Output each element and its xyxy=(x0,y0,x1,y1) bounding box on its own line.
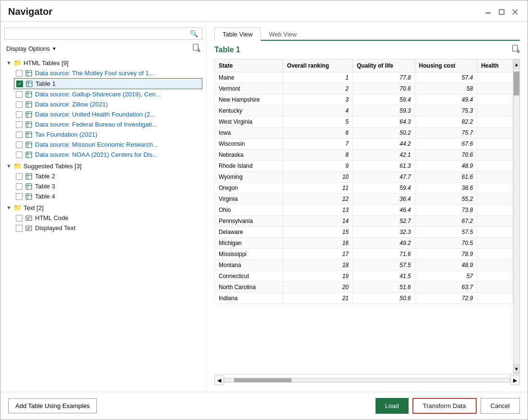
table-cell: Indiana xyxy=(215,293,283,304)
restore-button[interactable] xyxy=(497,7,506,17)
tree-item-table2[interactable]: Table 2 xyxy=(14,171,202,181)
tab-table-view[interactable]: Table View xyxy=(214,27,261,41)
vertical-scrollbar[interactable]: ▲ ▼ xyxy=(513,59,520,374)
tree-item-table3[interactable]: Table 3 xyxy=(14,181,202,191)
preview-export-icon[interactable] xyxy=(511,45,520,55)
tree-item-displayed-text[interactable]: Displayed Text xyxy=(14,223,202,233)
minimize-button[interactable] xyxy=(483,7,493,17)
search-input[interactable] xyxy=(9,30,190,37)
table-cell: 49.4 xyxy=(415,94,477,105)
col-header-ranking: Overall ranking xyxy=(283,59,352,72)
text-children: HTML Code xyxy=(4,213,202,233)
table-cell xyxy=(477,183,513,194)
checkbox-table1[interactable]: ✓ xyxy=(16,81,23,87)
cancel-button[interactable]: Cancel xyxy=(481,398,520,414)
checkbox-table4[interactable] xyxy=(16,193,23,200)
export-icon[interactable] xyxy=(192,44,200,54)
table-cell: 70.6 xyxy=(415,150,477,161)
checkbox-ds-gallup[interactable] xyxy=(16,91,23,98)
table-cell: Mississippi xyxy=(215,249,283,260)
folder-html-tables-header[interactable]: ▼ 📁 HTML Tables [9] xyxy=(4,58,202,68)
tree-item-ds-zillow[interactable]: Data source: Zillow (2021) xyxy=(14,99,202,109)
table-cell: 3 xyxy=(283,94,352,105)
item-label-table4: Table 4 xyxy=(35,193,200,200)
tab-web-view[interactable]: Web View xyxy=(261,27,305,41)
tree-item-ds-uhf[interactable]: Data source: United Health Foundation (2… xyxy=(14,109,202,119)
tree-item-table4[interactable]: Table 4 xyxy=(14,191,202,201)
table-cell xyxy=(477,117,513,128)
search-box[interactable]: 🔍 xyxy=(4,27,202,40)
folder-text-header[interactable]: ▼ 📁 Text [2] xyxy=(4,202,202,213)
h-scroll-track[interactable] xyxy=(224,378,510,383)
svg-rect-15 xyxy=(26,102,32,107)
checkbox-table3[interactable] xyxy=(16,183,23,190)
checkbox-ds-fbi[interactable] xyxy=(16,121,23,128)
table-cell: New Hampshire xyxy=(215,94,283,105)
table-cell: 82.2 xyxy=(415,117,477,128)
tree-item-html-code[interactable]: HTML Code xyxy=(14,213,202,223)
svg-rect-4 xyxy=(193,44,198,50)
folder-text-icon: 📁 xyxy=(13,204,22,211)
item-label-ds-noaa: Data source: NOAA (2021) Centers for Dis… xyxy=(35,151,200,158)
table-cell: Iowa xyxy=(215,128,283,139)
transform-data-button[interactable]: Transform Data xyxy=(412,398,477,414)
scroll-down-button[interactable]: ▼ xyxy=(514,364,519,373)
table-cell: 55.2 xyxy=(415,194,477,205)
checkbox-table2[interactable] xyxy=(16,173,23,180)
col-header-state: State xyxy=(215,59,283,72)
checkbox-ds-motley[interactable] xyxy=(16,70,23,77)
table-cell: Montana xyxy=(215,260,283,271)
tree-item-ds-tax[interactable]: Tax Foundation (2021) xyxy=(14,129,202,140)
table-cell: 32.3 xyxy=(353,227,415,238)
load-button[interactable]: Load xyxy=(375,398,409,414)
tree-item-table1[interactable]: ✓ Table 1 xyxy=(14,78,202,89)
checkbox-html-code[interactable] xyxy=(16,215,23,222)
table-icon-ds-noaa xyxy=(25,152,32,158)
table-cell: Virginia xyxy=(215,194,283,205)
table-cell: 67.2 xyxy=(415,216,477,227)
scroll-track xyxy=(514,69,519,364)
table-row: Connecticut1941.557 xyxy=(215,271,513,282)
close-button[interactable] xyxy=(510,7,520,17)
table-cell: 58 xyxy=(415,83,477,94)
folder-suggested-tables-header[interactable]: ▼ 📁 Suggested Tables [3] xyxy=(4,161,202,171)
checkbox-ds-missouri[interactable] xyxy=(16,141,23,148)
checkbox-displayed-text[interactable] xyxy=(16,225,23,232)
table-row: Oregon1159.438.6 xyxy=(215,183,513,194)
tree-item-ds-missouri[interactable]: Data source: Missouri Economic Research.… xyxy=(14,140,202,150)
table-cell: West Virginia xyxy=(215,117,283,128)
table-cell: 61.3 xyxy=(353,161,415,172)
tree-item-ds-gallup[interactable]: Data source: Gallup-Sharecare (2019), Ce… xyxy=(14,89,202,99)
checkbox-ds-tax[interactable] xyxy=(16,131,23,138)
add-table-button[interactable]: Add Table Using Examples xyxy=(8,398,97,413)
checkbox-ds-zillow[interactable] xyxy=(16,101,23,108)
footer: Add Table Using Examples Load Transform … xyxy=(0,392,528,420)
table-cell: 67.6 xyxy=(415,139,477,150)
content-area: 🔍 Display Options ▼ xyxy=(0,22,528,392)
scroll-up-button[interactable]: ▲ xyxy=(514,59,519,69)
h-scrollbar-area: ◀ ▶ xyxy=(214,374,520,386)
svg-rect-0 xyxy=(486,12,491,13)
checkbox-ds-uhf[interactable] xyxy=(16,111,23,118)
data-table-scroll[interactable]: State Overall ranking Quality of life Ho… xyxy=(214,59,513,374)
display-options-button[interactable]: Display Options ▼ xyxy=(6,45,57,52)
tree-view: ▼ 📁 HTML Tables [9] xyxy=(4,58,202,386)
item-label-ds-fbi: Data source: Federal Bureau of Investiga… xyxy=(35,121,200,128)
checkbox-ds-noaa[interactable] xyxy=(16,152,23,158)
scroll-right-button[interactable]: ▶ xyxy=(510,375,520,385)
table-row: Nebraska842.170.6 xyxy=(215,150,513,161)
tree-item-ds-fbi[interactable]: Data source: Federal Bureau of Investiga… xyxy=(14,119,202,129)
table-icon-table3 xyxy=(25,183,32,190)
tree-item-ds-motley[interactable]: Data source: The Motley Fool survey of 1… xyxy=(14,68,202,78)
tabs-bar: Table View Web View xyxy=(214,27,520,41)
col-header-housing: Housing cost xyxy=(415,59,477,72)
scroll-left-button[interactable]: ◀ xyxy=(214,375,224,385)
tree-item-ds-noaa[interactable]: Data source: NOAA (2021) Centers for Dis… xyxy=(14,150,202,160)
tab-web-view-label: Web View xyxy=(269,31,297,38)
table-cell xyxy=(477,83,513,94)
table-row: Pennsylvania1452.767.2 xyxy=(215,216,513,227)
table-cell: 70.5 xyxy=(415,238,477,249)
table-cell: 21 xyxy=(283,293,352,304)
table-header-row: State Overall ranking Quality of life Ho… xyxy=(215,59,513,72)
table-icon-ds-motley xyxy=(25,70,32,77)
